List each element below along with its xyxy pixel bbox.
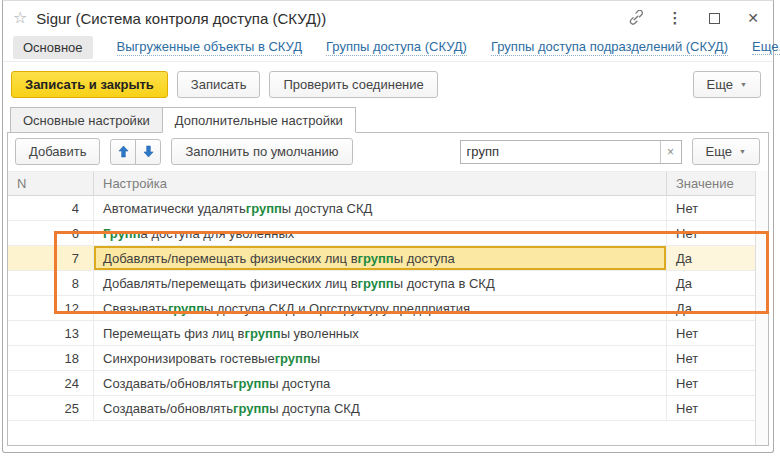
row-number-cell: 6 bbox=[8, 221, 93, 245]
setting-name-cell: Добавлять/перемещать физических лиц в гр… bbox=[93, 246, 666, 270]
chevron-down-icon: ▼ bbox=[739, 144, 746, 159]
table-body: 4Автоматически удалять группы доступа СК… bbox=[8, 196, 755, 421]
window-title: Sigur (Система контроля доступа (СКУД)) bbox=[36, 10, 326, 27]
title-bar: ☆ Sigur (Система контроля доступа (СКУД)… bbox=[3, 1, 773, 33]
additional-settings-panel: Добавить Заполнить по умолчанию × bbox=[7, 132, 769, 446]
table-row[interactable]: 12Связывать группы доступа СКД и Оргстру… bbox=[8, 296, 755, 321]
table-toolbar: Добавить Заполнить по умолчанию × bbox=[8, 133, 768, 170]
column-header-value[interactable]: Значение bbox=[666, 172, 755, 195]
check-connection-button[interactable]: Проверить соединение bbox=[269, 71, 437, 98]
maximize-icon[interactable] bbox=[706, 10, 722, 26]
fill-default-button[interactable]: Заполнить по умолчанию bbox=[171, 138, 352, 165]
add-button[interactable]: Добавить bbox=[15, 138, 100, 165]
row-number-cell: 13 bbox=[8, 321, 93, 345]
setting-value-cell: Да bbox=[666, 296, 755, 320]
move-up-button[interactable] bbox=[110, 139, 136, 165]
nav-item-main[interactable]: Основное bbox=[13, 36, 93, 59]
search-match: Групп bbox=[103, 226, 141, 241]
setting-value-cell: Нет bbox=[666, 196, 755, 220]
search-match: групп bbox=[358, 276, 394, 291]
column-header-n[interactable]: N bbox=[8, 172, 93, 195]
table-row[interactable]: 4Автоматически удалять группы доступа СК… bbox=[8, 196, 755, 221]
setting-name-cell: Группа доступа для уволенных bbox=[93, 221, 666, 245]
table-header: N Настройка Значение bbox=[8, 171, 755, 196]
table-empty-area bbox=[8, 421, 755, 445]
nav-more-menu[interactable]: Еще... ▼ bbox=[752, 39, 780, 55]
setting-value-cell: Нет bbox=[666, 321, 755, 345]
row-number-cell: 25 bbox=[8, 396, 93, 420]
link-icon[interactable] bbox=[628, 10, 644, 26]
nav-link-access-groups[interactable]: Группы доступа (СКУД) bbox=[326, 39, 467, 56]
setting-value-cell: Нет bbox=[666, 371, 755, 395]
chevron-down-icon: ▼ bbox=[740, 77, 747, 92]
nav-link-exported-objects[interactable]: Выгруженные объекты в СКУД bbox=[117, 39, 302, 56]
tab-main-settings[interactable]: Основные настройки bbox=[10, 107, 163, 133]
row-number-cell: 7 bbox=[8, 246, 93, 270]
app-window: ☆ Sigur (Система контроля доступа (СКУД)… bbox=[2, 0, 774, 453]
save-and-close-button[interactable]: Записать и закрыть bbox=[11, 71, 168, 98]
setting-value-cell: Да bbox=[666, 271, 755, 295]
navigation-bar: Основное Выгруженные объекты в СКУД Груп… bbox=[3, 33, 773, 62]
row-number-cell: 8 bbox=[8, 271, 93, 295]
row-number-cell: 18 bbox=[8, 346, 93, 370]
search-input[interactable] bbox=[461, 141, 660, 163]
search-match: групп bbox=[275, 351, 311, 366]
setting-name-cell: Синхронизировать гостевые группы bbox=[93, 346, 666, 370]
setting-name-cell: Перемещать физ лиц в группы уволенных bbox=[93, 321, 666, 345]
setting-value-cell: Нет bbox=[666, 221, 755, 245]
clear-search-icon[interactable]: × bbox=[660, 141, 681, 163]
setting-name-cell: Создавать/обновлять группы доступа bbox=[93, 371, 666, 395]
arrow-up-icon bbox=[118, 145, 129, 158]
row-number-cell: 12 bbox=[8, 296, 93, 320]
move-down-button[interactable] bbox=[135, 139, 161, 165]
tab-additional-settings[interactable]: Дополнительные настройки bbox=[162, 107, 356, 133]
setting-name-cell: Создавать/обновлять группы доступа СКД bbox=[93, 396, 666, 420]
setting-value-cell: Нет bbox=[666, 396, 755, 420]
favorite-star-icon[interactable]: ☆ bbox=[13, 10, 27, 26]
row-number-cell: 4 bbox=[8, 196, 93, 220]
setting-value-cell: Нет bbox=[666, 346, 755, 370]
move-buttons bbox=[110, 139, 161, 165]
nav-more-label: Еще... bbox=[752, 39, 780, 54]
kebab-menu-icon[interactable]: ⋮ bbox=[667, 10, 683, 26]
setting-value-cell: Да bbox=[666, 246, 755, 270]
setting-name-cell: Связывать группы доступа СКД и Оргструкт… bbox=[93, 296, 666, 320]
search-match: групп bbox=[233, 401, 269, 416]
table-row[interactable]: 8Добавлять/перемещать физических лиц в г… bbox=[8, 271, 755, 296]
settings-table: N Настройка Значение 4Автоматически удал… bbox=[8, 171, 768, 445]
table-row[interactable]: 25Создавать/обновлять группы доступа СКД… bbox=[8, 396, 755, 421]
search-match: групп bbox=[358, 251, 394, 266]
table-row[interactable]: 18Синхронизировать гостевые группыНет bbox=[8, 346, 755, 371]
table-row[interactable]: 24Создавать/обновлять группы доступаНет bbox=[8, 371, 755, 396]
save-button[interactable]: Записать bbox=[177, 71, 261, 98]
arrow-down-icon bbox=[143, 145, 154, 158]
commands-more-button[interactable]: Еще ▼ bbox=[693, 71, 761, 98]
command-bar: Записать и закрыть Записать Проверить со… bbox=[3, 62, 773, 107]
table-more-label: Еще bbox=[706, 144, 732, 159]
table-row[interactable]: 13Перемещать физ лиц в группы уволенныхН… bbox=[8, 321, 755, 346]
search-match: групп bbox=[168, 301, 204, 316]
search-box: × bbox=[460, 140, 682, 164]
table-more-button[interactable]: Еще ▼ bbox=[692, 138, 760, 165]
search-match: групп bbox=[245, 326, 281, 341]
table-row[interactable]: 6Группа доступа для уволенныхНет bbox=[8, 221, 755, 246]
column-header-setting[interactable]: Настройка bbox=[93, 172, 666, 195]
close-icon[interactable]: ✕ bbox=[745, 10, 761, 26]
search-match: групп bbox=[246, 201, 282, 216]
settings-tabstrip: Основные настройки Дополнительные настро… bbox=[10, 107, 769, 133]
search-match: групп bbox=[233, 376, 269, 391]
vertical-scrollbar[interactable] bbox=[755, 171, 768, 445]
row-number-cell: 24 bbox=[8, 371, 93, 395]
commands-more-label: Еще bbox=[707, 77, 733, 92]
setting-name-cell: Автоматически удалять группы доступа СКД bbox=[93, 196, 666, 220]
table-row[interactable]: 7Добавлять/перемещать физических лиц в г… bbox=[8, 246, 755, 271]
nav-link-department-groups[interactable]: Группы доступа подразделений (СКУД) bbox=[491, 39, 728, 56]
setting-name-cell: Добавлять/перемещать физических лиц в гр… bbox=[93, 271, 666, 295]
